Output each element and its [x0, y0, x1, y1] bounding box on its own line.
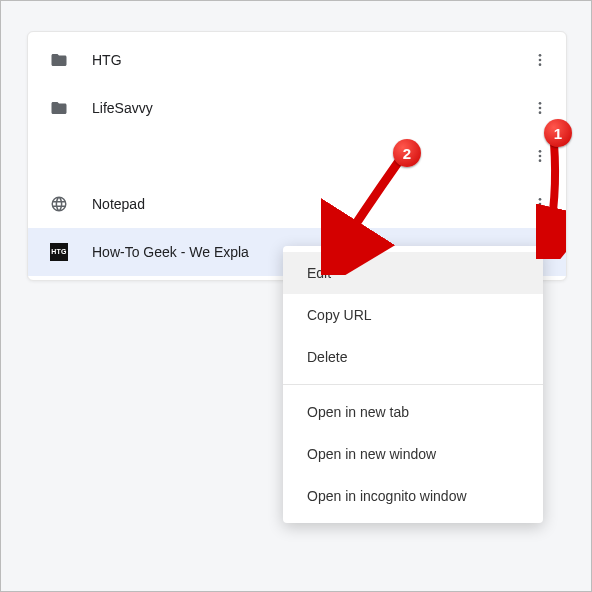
bookmark-row[interactable] [28, 132, 566, 180]
folder-icon [46, 99, 72, 117]
svg-point-3 [539, 102, 542, 105]
bookmark-label: LifeSavvy [72, 100, 522, 116]
folder-row[interactable]: HTG [28, 36, 566, 84]
folder-row[interactable]: LifeSavvy [28, 84, 566, 132]
menu-divider [283, 384, 543, 385]
menu-item-open-new-window[interactable]: Open in new window [283, 433, 543, 475]
more-actions-button[interactable] [522, 138, 558, 174]
more-actions-button[interactable] [522, 90, 558, 126]
folder-icon [46, 51, 72, 69]
svg-point-10 [539, 203, 542, 206]
svg-point-1 [539, 59, 542, 62]
svg-point-0 [539, 54, 542, 57]
bookmark-label: Notepad [72, 196, 522, 212]
context-menu: Edit Copy URL Delete Open in new tab Ope… [283, 246, 543, 523]
svg-point-6 [539, 150, 542, 153]
svg-point-8 [539, 159, 542, 162]
svg-point-11 [539, 207, 542, 210]
menu-item-open-new-tab[interactable]: Open in new tab [283, 391, 543, 433]
bookmark-manager-list: HTG LifeSavvy Notepad HTG How-To [27, 31, 567, 281]
more-actions-button[interactable] [522, 42, 558, 78]
svg-point-4 [539, 107, 542, 110]
globe-icon [46, 195, 72, 213]
menu-item-open-incognito[interactable]: Open in incognito window [283, 475, 543, 517]
svg-point-9 [539, 198, 542, 201]
svg-point-5 [539, 111, 542, 114]
svg-point-7 [539, 155, 542, 158]
more-actions-button[interactable] [522, 186, 558, 222]
menu-item-delete[interactable]: Delete [283, 336, 543, 378]
svg-point-2 [539, 63, 542, 66]
site-favicon: HTG [46, 243, 72, 261]
menu-item-copy-url[interactable]: Copy URL [283, 294, 543, 336]
bookmark-row[interactable]: Notepad [28, 180, 566, 228]
menu-item-edit[interactable]: Edit [283, 252, 543, 294]
bookmark-label: HTG [72, 52, 522, 68]
